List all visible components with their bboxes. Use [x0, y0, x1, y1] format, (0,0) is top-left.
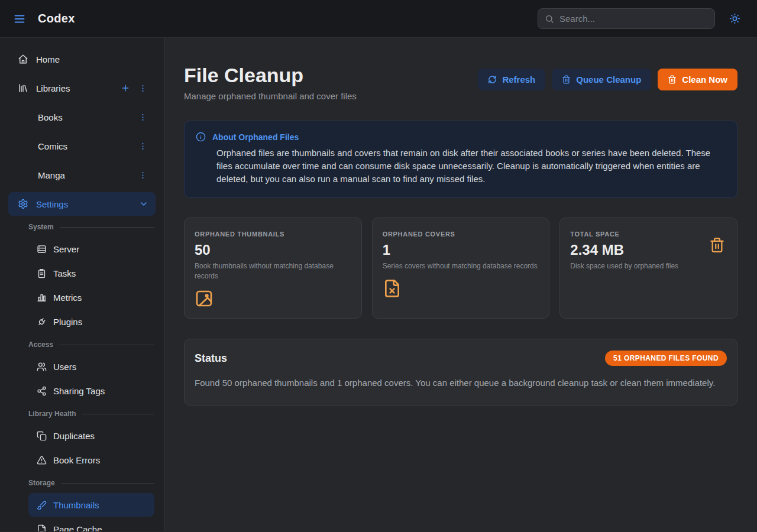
- image-icon: [195, 289, 351, 308]
- chevron-down-icon: [139, 199, 148, 209]
- status-panel: Status 51 ORPHANED FILES FOUND Found 50 …: [184, 339, 737, 406]
- sidebar-item-books[interactable]: Books: [8, 105, 156, 129]
- refresh-button[interactable]: Refresh: [478, 69, 545, 90]
- home-icon: [18, 54, 28, 64]
- info-panel: About Orphaned Files Orphaned files are …: [184, 121, 737, 198]
- menu-icon[interactable]: [13, 12, 26, 25]
- sidebar-item-label: Libraries: [36, 83, 70, 93]
- books-more-icon[interactable]: [137, 112, 148, 123]
- bar-chart-icon: [37, 293, 47, 303]
- sidebar-item-label: Duplicates: [53, 431, 95, 441]
- sidebar-item-server[interactable]: Server: [28, 237, 154, 261]
- sidebar-item-label: Book Errors: [53, 455, 100, 465]
- stat-value: 2.34 MB: [570, 242, 727, 258]
- section-label-access: Access: [28, 340, 154, 349]
- section-label-storage: Storage: [28, 479, 154, 487]
- manga-more-icon[interactable]: [137, 170, 148, 181]
- sidebar-item-label: Metrics: [53, 293, 82, 303]
- users-icon: [37, 362, 47, 372]
- sidebar-item-label: Tasks: [53, 268, 76, 278]
- libraries-more-icon[interactable]: [137, 83, 148, 94]
- server-icon: [37, 244, 47, 254]
- stat-description: Disk space used by orphaned files: [570, 261, 727, 271]
- trash-icon: [709, 237, 725, 253]
- sidebar-item-sharing-tags[interactable]: Sharing Tags: [28, 379, 154, 403]
- sidebar-item-label: Settings: [36, 199, 68, 209]
- sidebar-item-manga[interactable]: Manga: [8, 163, 156, 187]
- page-subtitle: Manage orphaned thumbnail and cover file…: [184, 91, 357, 101]
- stat-value: 50: [195, 242, 351, 258]
- stat-value: 1: [383, 242, 539, 258]
- clean-now-button[interactable]: Clean Now: [658, 69, 737, 90]
- sidebar-item-label: Home: [36, 54, 60, 64]
- status-title: Status: [195, 352, 227, 365]
- stat-label: ORPHANED COVERS: [383, 231, 539, 238]
- brush-icon: [37, 500, 47, 510]
- page-title: File Cleanup: [184, 63, 357, 87]
- sidebar-item-settings[interactable]: Settings: [8, 192, 156, 216]
- sidebar-item-label: Sharing Tags: [53, 386, 105, 396]
- sidebar-item-label: Thumbnails: [53, 500, 99, 510]
- top-navbar: Codex: [0, 0, 757, 38]
- stat-label: TOTAL SPACE: [570, 231, 727, 238]
- stat-cards: ORPHANED THUMBNAILS 50 Book thumbnails w…: [184, 218, 737, 319]
- refresh-icon: [488, 75, 497, 84]
- stat-label: ORPHANED THUMBNAILS: [195, 231, 351, 238]
- gear-icon: [18, 199, 28, 209]
- pdf-file-icon: [37, 524, 47, 532]
- sidebar-item-comics[interactable]: Comics: [8, 134, 156, 158]
- app-title: Codex: [38, 12, 75, 25]
- status-badge: 51 ORPHANED FILES FOUND: [605, 351, 727, 366]
- stat-card-total-space: TOTAL SPACE 2.34 MB Disk space used by o…: [559, 218, 737, 319]
- sidebar-item-duplicates[interactable]: Duplicates: [28, 424, 154, 447]
- stat-card-orphaned-covers: ORPHANED COVERS 1 Series covers without …: [372, 218, 550, 319]
- warning-triangle-icon: [37, 455, 47, 465]
- sidebar-item-label: Manga: [38, 170, 65, 180]
- page-header: File Cleanup Manage orphaned thumbnail a…: [184, 58, 737, 101]
- sidebar-item-label: Page Cache: [53, 524, 102, 532]
- sidebar-item-libraries[interactable]: Libraries: [8, 76, 156, 100]
- plug-icon: [37, 317, 47, 327]
- trash-icon: [668, 75, 677, 84]
- sidebar-item-label: Books: [38, 112, 63, 122]
- stat-card-orphaned-thumbnails: ORPHANED THUMBNAILS 50 Book thumbnails w…: [184, 218, 362, 319]
- copy-icon: [37, 431, 47, 441]
- sidebar-item-label: Server: [53, 244, 79, 254]
- search-icon: [545, 14, 554, 24]
- file-x-icon: [383, 279, 539, 298]
- sidebar-item-home[interactable]: Home: [8, 47, 156, 71]
- sidebar-item-page-cache[interactable]: Page Cache: [28, 517, 154, 531]
- sidebar-item-book-errors[interactable]: Book Errors: [28, 448, 154, 472]
- stat-description: Book thumbnails without matching databas…: [195, 261, 351, 281]
- info-title: About Orphaned Files: [212, 132, 299, 142]
- sidebar-item-plugins[interactable]: Plugins: [28, 310, 154, 333]
- sidebar-item-users[interactable]: Users: [28, 355, 154, 378]
- sidebar: Home Libraries Books Comics: [0, 38, 164, 531]
- comics-more-icon[interactable]: [137, 141, 148, 152]
- sidebar-item-thumbnails[interactable]: Thumbnails: [28, 493, 154, 517]
- clipboard-icon: [37, 268, 47, 278]
- add-library-icon[interactable]: [119, 82, 131, 94]
- section-label-library-health: Library Health: [28, 410, 154, 418]
- info-body: Orphaned files are thumbnails and covers…: [216, 147, 726, 186]
- sidebar-item-label: Plugins: [53, 317, 82, 327]
- sidebar-item-label: Comics: [38, 141, 67, 151]
- search-box[interactable]: [538, 8, 715, 29]
- theme-toggle-sun-icon[interactable]: [729, 13, 740, 24]
- queue-cleanup-button[interactable]: Queue Cleanup: [552, 69, 651, 90]
- stat-description: Series covers without matching database …: [383, 261, 539, 271]
- info-icon: [196, 132, 206, 142]
- trash-icon: [562, 75, 571, 84]
- main-content: File Cleanup Manage orphaned thumbnail a…: [164, 38, 757, 531]
- share-icon: [37, 386, 47, 396]
- sidebar-item-label: Users: [53, 362, 76, 372]
- search-input[interactable]: [559, 14, 708, 24]
- sidebar-item-tasks[interactable]: Tasks: [28, 261, 154, 285]
- section-label-system: System: [28, 223, 154, 231]
- library-icon: [18, 83, 28, 93]
- page-actions: Refresh Queue Cleanup Clean Now: [478, 69, 737, 90]
- sidebar-item-metrics[interactable]: Metrics: [28, 286, 154, 309]
- status-body: Found 50 orphaned thumbnails and 1 orpha…: [195, 376, 718, 390]
